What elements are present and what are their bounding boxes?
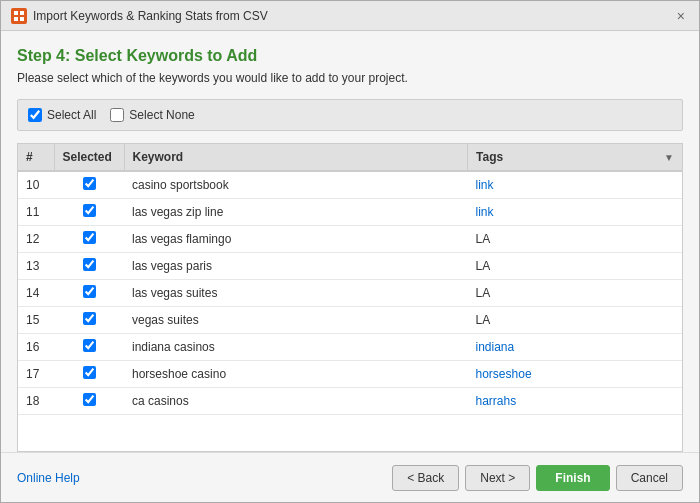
cell-num: 11 — [18, 199, 54, 226]
cell-checkbox[interactable] — [54, 199, 124, 226]
step-description: Please select which of the keywords you … — [17, 71, 683, 85]
footer: Online Help < Back Next > Finish Cancel — [1, 452, 699, 502]
title-bar: Import Keywords & Ranking Stats from CSV… — [1, 1, 699, 31]
row-checkbox[interactable] — [83, 204, 96, 217]
app-icon — [11, 8, 27, 24]
table-row: 16indiana casinosindiana — [18, 334, 682, 361]
keywords-table: # Selected Keyword Tags ▼ 10casino sport… — [18, 144, 682, 415]
cell-checkbox[interactable] — [54, 361, 124, 388]
cell-keyword: horseshoe casino — [124, 361, 468, 388]
cell-keyword: las vegas flamingo — [124, 226, 468, 253]
cell-checkbox[interactable] — [54, 253, 124, 280]
cell-checkbox[interactable] — [54, 307, 124, 334]
row-checkbox[interactable] — [83, 285, 96, 298]
cell-keyword: vegas suites — [124, 307, 468, 334]
cell-keyword: las vegas paris — [124, 253, 468, 280]
online-help-link[interactable]: Online Help — [17, 471, 80, 485]
main-window: Import Keywords & Ranking Stats from CSV… — [0, 0, 700, 503]
cell-tag: LA — [468, 307, 682, 334]
cell-keyword: casino sportsbook — [124, 171, 468, 199]
table-row: 15vegas suitesLA — [18, 307, 682, 334]
row-checkbox[interactable] — [83, 393, 96, 406]
cell-num: 12 — [18, 226, 54, 253]
cell-num: 18 — [18, 388, 54, 415]
col-header-selected: Selected — [54, 144, 124, 171]
cell-checkbox[interactable] — [54, 226, 124, 253]
table-row: 12las vegas flamingoLA — [18, 226, 682, 253]
cell-keyword: las vegas zip line — [124, 199, 468, 226]
table-row: 17horseshoe casinohorseshoe — [18, 361, 682, 388]
table-row: 11las vegas zip linelink — [18, 199, 682, 226]
row-checkbox[interactable] — [83, 339, 96, 352]
select-none-text: Select None — [129, 108, 194, 122]
cell-tag: LA — [468, 253, 682, 280]
cell-tag: LA — [468, 280, 682, 307]
table-row: 14las vegas suitesLA — [18, 280, 682, 307]
next-button[interactable]: Next > — [465, 465, 530, 491]
select-controls: Select All Select None — [17, 99, 683, 131]
content-area: Step 4: Select Keywords to Add Please se… — [1, 31, 699, 452]
cancel-button[interactable]: Cancel — [616, 465, 683, 491]
footer-right: < Back Next > Finish Cancel — [392, 465, 683, 491]
close-button[interactable]: × — [673, 8, 689, 24]
svg-rect-0 — [14, 11, 18, 15]
cell-tag: LA — [468, 226, 682, 253]
svg-rect-1 — [20, 11, 24, 15]
cell-checkbox[interactable] — [54, 334, 124, 361]
finish-button[interactable]: Finish — [536, 465, 609, 491]
cell-keyword: ca casinos — [124, 388, 468, 415]
cell-num: 10 — [18, 171, 54, 199]
row-checkbox[interactable] — [83, 258, 96, 271]
back-button[interactable]: < Back — [392, 465, 459, 491]
footer-left: Online Help — [17, 470, 80, 485]
col-header-tags: Tags ▼ — [468, 144, 682, 171]
row-checkbox[interactable] — [83, 312, 96, 325]
cell-checkbox[interactable] — [54, 280, 124, 307]
cell-num: 13 — [18, 253, 54, 280]
select-all-text: Select All — [47, 108, 96, 122]
cell-num: 15 — [18, 307, 54, 334]
title-bar-left: Import Keywords & Ranking Stats from CSV — [11, 8, 268, 24]
cell-tag: link — [468, 199, 682, 226]
select-all-checkbox[interactable] — [28, 108, 42, 122]
table-row: 10casino sportsbooklink — [18, 171, 682, 199]
select-all-label[interactable]: Select All — [28, 108, 96, 122]
row-checkbox[interactable] — [83, 177, 96, 190]
select-none-checkbox[interactable] — [110, 108, 124, 122]
select-none-label[interactable]: Select None — [110, 108, 194, 122]
table-body: 10casino sportsbooklink11las vegas zip l… — [18, 171, 682, 415]
cell-checkbox[interactable] — [54, 171, 124, 199]
row-checkbox[interactable] — [83, 366, 96, 379]
cell-tag: link — [468, 171, 682, 199]
row-checkbox[interactable] — [83, 231, 96, 244]
cell-keyword: las vegas suites — [124, 280, 468, 307]
svg-rect-2 — [14, 17, 18, 21]
tags-dropdown-arrow[interactable]: ▼ — [664, 152, 674, 163]
table-row: 13las vegas parisLA — [18, 253, 682, 280]
svg-rect-3 — [20, 17, 24, 21]
cell-checkbox[interactable] — [54, 388, 124, 415]
table-header-row: # Selected Keyword Tags ▼ — [18, 144, 682, 171]
col-header-keyword: Keyword — [124, 144, 468, 171]
cell-num: 14 — [18, 280, 54, 307]
keywords-table-container[interactable]: # Selected Keyword Tags ▼ 10casino sport… — [17, 143, 683, 452]
cell-num: 17 — [18, 361, 54, 388]
col-header-num: # — [18, 144, 54, 171]
cell-keyword: indiana casinos — [124, 334, 468, 361]
cell-tag: harrahs — [468, 388, 682, 415]
step-title: Step 4: Select Keywords to Add — [17, 47, 683, 65]
cell-num: 16 — [18, 334, 54, 361]
table-row: 18ca casinosharrahs — [18, 388, 682, 415]
cell-tag: horseshoe — [468, 361, 682, 388]
cell-tag: indiana — [468, 334, 682, 361]
window-title: Import Keywords & Ranking Stats from CSV — [33, 9, 268, 23]
